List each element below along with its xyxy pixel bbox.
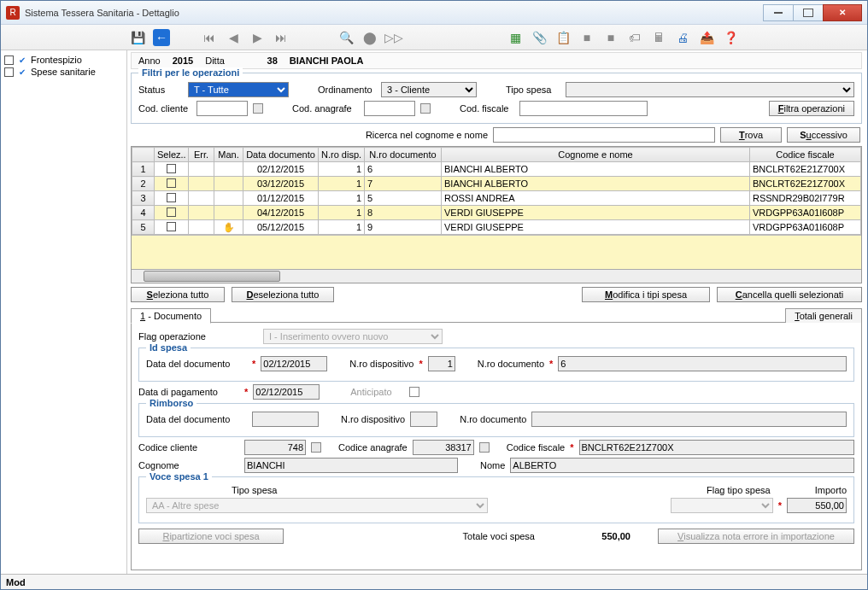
tab-documento[interactable]: 1 - Documento: [131, 308, 211, 324]
col-cf[interactable]: Codice fiscale: [750, 148, 861, 162]
col-doc[interactable]: N.ro documento: [365, 148, 442, 162]
codfis-input[interactable]: [519, 101, 648, 116]
select-all-button[interactable]: Seleziona tutto: [131, 287, 225, 302]
window-title: Sistema Tessera Sanitaria - Dettaglio: [25, 8, 764, 18]
stop-icon[interactable]: ■: [578, 29, 595, 46]
attach-icon[interactable]: 📎: [531, 29, 548, 46]
tag-icon[interactable]: 🏷: [626, 29, 643, 46]
minimize-button[interactable]: [763, 4, 794, 21]
record-icon[interactable]: ⬤: [361, 29, 378, 46]
col-data[interactable]: Data documento: [243, 148, 319, 162]
codana-input[interactable]: [364, 101, 415, 116]
data-cell: 02/12/2015: [243, 162, 319, 177]
codcli-label: Codice cliente: [138, 442, 239, 453]
excel-icon[interactable]: ▦: [507, 29, 524, 46]
stop2-icon[interactable]: ■: [602, 29, 619, 46]
status-bar: Mod: [1, 574, 867, 589]
col-disp[interactable]: N.ro disp.: [319, 148, 365, 162]
flagtipo-select: [671, 498, 773, 513]
back-icon[interactable]: ←: [153, 29, 170, 46]
selez-cell[interactable]: [155, 191, 189, 206]
h-scrollbar[interactable]: [132, 269, 861, 283]
ord-select[interactable]: 3 - Cliente: [381, 82, 477, 97]
skip-icon[interactable]: ▷▷: [385, 29, 402, 46]
totvoci-label: Totale voci spesa: [463, 531, 535, 541]
help-icon[interactable]: ❓: [722, 29, 739, 46]
tabs: 1 - Documento Totali generali: [131, 307, 862, 323]
codcli-input[interactable]: [196, 101, 248, 116]
selez-cell[interactable]: [155, 220, 189, 235]
table-row[interactable]: 203/12/201517BIANCHI ALBERTOBNCLRT62E21Z…: [132, 177, 861, 191]
table-row[interactable]: 301/12/201515ROSSI ANDREARSSNDR29B02I779…: [132, 191, 861, 206]
tipo-select[interactable]: [566, 82, 854, 97]
status-select[interactable]: T - Tutte: [188, 82, 289, 97]
man-cell: ✋: [214, 220, 243, 235]
table-row[interactable]: 102/12/201516BIANCHI ALBERTOBNCLRT62E21Z…: [132, 162, 861, 177]
trova-button[interactable]: Trova: [720, 127, 782, 143]
modifica-tipi-button[interactable]: Modifica i tipi spesa: [582, 287, 710, 302]
close-button[interactable]: [823, 4, 862, 21]
first-icon[interactable]: ⏮: [201, 29, 218, 46]
successivo-button[interactable]: Successivo: [787, 127, 860, 143]
check-icon[interactable]: ✔: [17, 67, 27, 77]
codfis-label: Cod. fiscale: [460, 103, 514, 114]
check-icon[interactable]: ✔: [17, 55, 27, 65]
col-man[interactable]: Man.: [214, 148, 243, 162]
r-ndisp-input: [410, 412, 437, 427]
binoculars-icon[interactable]: 🔍: [337, 29, 355, 46]
clipboard-icon[interactable]: 📋: [554, 29, 572, 46]
last-icon[interactable]: ⏭: [273, 29, 290, 46]
calc-icon[interactable]: 🖩: [650, 29, 667, 46]
cogn-label: Cognome: [138, 460, 239, 470]
tree-item-frontespizio[interactable]: ✔ Frontespizio: [4, 54, 123, 66]
search-label: Ricerca nel cognome e nome: [366, 130, 488, 140]
codana-lookup[interactable]: [479, 442, 490, 453]
codcli-lookup[interactable]: [311, 442, 321, 453]
selez-cell[interactable]: [155, 162, 189, 177]
table-row[interactable]: 5✋05/12/201519VERDI GIUSEPPEVRDGPP63A01I…: [132, 220, 861, 235]
man-cell: [214, 206, 243, 220]
prev-icon[interactable]: ◀: [225, 29, 242, 46]
export-icon[interactable]: 📤: [698, 29, 715, 46]
selez-cell[interactable]: [155, 206, 189, 220]
maximize-button[interactable]: [793, 4, 824, 21]
selez-cell[interactable]: [155, 177, 189, 191]
save-icon[interactable]: 💾: [129, 29, 146, 46]
cancella-sel-button[interactable]: Cancella quelli selezionati: [717, 287, 862, 302]
tab-totali[interactable]: Totali generali: [785, 308, 862, 323]
r-datadoc-input: [252, 412, 319, 427]
col-err[interactable]: Err.: [189, 148, 214, 162]
ndoc-input: [558, 356, 847, 371]
err-cell: [189, 177, 214, 191]
codcli-lookup[interactable]: [253, 103, 263, 114]
col-nome[interactable]: Cognome e nome: [442, 148, 750, 162]
filters-legend: Filtri per le operazioni: [138, 67, 243, 78]
expand-icon[interactable]: [4, 55, 14, 65]
expand-icon[interactable]: [4, 67, 14, 77]
titlebar: R Sistema Tessera Sanitaria - Dettaglio: [1, 1, 867, 25]
importo-label: Importo: [815, 485, 847, 495]
nome-input: [510, 458, 854, 473]
filters-group: Filtri per le operazioni Status T - Tutt…: [131, 73, 862, 124]
tree-label: Frontespizio: [31, 55, 82, 65]
tree-item-spese[interactable]: ✔ Spese sanitarie: [4, 66, 123, 78]
codcli-input: [244, 440, 306, 455]
ditta-nome: BIANCHI PAOLA: [290, 55, 364, 66]
doc-cell: 9: [365, 220, 442, 235]
required-icon: *: [778, 500, 782, 511]
data-cell: 03/12/2015: [243, 177, 319, 191]
tipospesa-select: AA - Altre spese: [146, 498, 488, 513]
idspesa-legend: Id spesa: [146, 342, 191, 353]
col-selez[interactable]: Selez..: [155, 148, 189, 162]
next-icon[interactable]: ▶: [249, 29, 266, 46]
deselect-all-button[interactable]: Deseleziona tutto: [232, 287, 334, 302]
print-icon[interactable]: 🖨: [674, 29, 691, 46]
col-blank[interactable]: [132, 148, 155, 162]
table-row[interactable]: 404/12/201518VERDI GIUSEPPEVRDGPP63A01I6…: [132, 206, 861, 220]
rimborso-group: Rimborso Data del documento N.ro disposi…: [138, 403, 854, 437]
codana-lookup[interactable]: [420, 103, 431, 114]
antic-checkbox[interactable]: [409, 387, 419, 397]
data-cell: 01/12/2015: [243, 191, 319, 206]
filtra-button[interactable]: Filtra operazioni: [769, 101, 854, 116]
search-input[interactable]: [493, 127, 715, 143]
